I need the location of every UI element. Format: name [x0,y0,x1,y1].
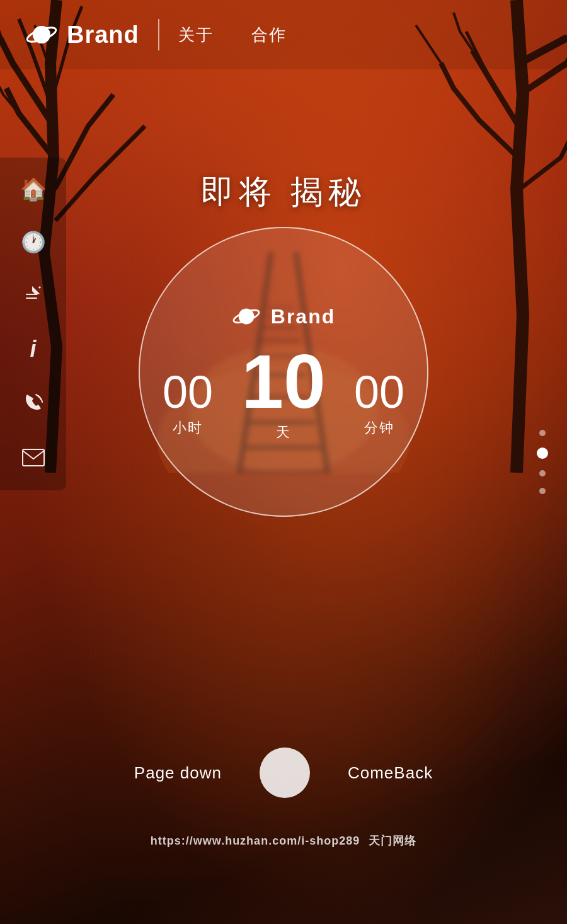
brand-name: Brand [67,21,139,49]
countdown-numbers: 00 小时 10 天 00 分钟 [140,344,427,442]
minutes-label: 分钟 [364,419,394,437]
info-icon[interactable]: i [30,336,36,362]
headline-text: 即将 揭秘 [0,170,567,214]
countdown-brand-row: Brand [232,302,335,331]
mail-icon[interactable] [22,447,45,471]
planet-logo-icon [25,18,58,51]
watermark-brand: 天门网络 [369,834,416,847]
header: Brand 关于 合作 [0,0,567,69]
countdown-container: Brand 00 小时 10 天 00 分钟 [139,227,428,517]
minutes-value: 00 [354,369,404,415]
days-value: 10 [241,344,325,419]
days-label: 天 [276,423,291,442]
watermark-url: https://www.huzhan.com/i-shop289 [151,834,360,847]
comeback-button[interactable]: ComeBack [323,763,458,783]
svg-rect-16 [23,449,44,466]
hours-label: 小时 [173,419,203,437]
edit-icon[interactable] [23,282,43,308]
countdown-planet-icon [232,302,261,331]
svg-rect-15 [26,297,37,299]
countdown-circle: Brand 00 小时 10 天 00 分钟 [139,227,428,517]
days-unit: 10 天 [236,344,331,442]
dot-1[interactable] [539,430,546,436]
center-button[interactable] [260,748,310,798]
dot-3[interactable] [539,470,546,476]
bottom-navigation: Page down ComeBack [0,748,567,798]
dots-navigation [537,430,548,494]
minutes-unit: 00 分钟 [331,369,427,437]
phone-icon[interactable] [22,391,45,419]
logo[interactable]: Brand [25,18,139,51]
clock-icon[interactable]: 🕐 [21,230,46,254]
hours-unit: 00 小时 [140,369,236,437]
nav-cooperation[interactable]: 合作 [251,24,287,46]
page-down-button[interactable]: Page down [109,763,247,783]
watermark: https://www.huzhan.com/i-shop289 天门网络 [151,833,416,848]
dot-4[interactable] [539,488,546,494]
header-divider [158,19,159,50]
dot-2-active[interactable] [537,448,548,459]
header-nav: 关于 合作 [178,24,287,46]
headline-section: 即将 揭秘 [0,170,567,214]
countdown-brand-text: Brand [271,305,335,328]
hours-value: 00 [163,369,213,415]
nav-about[interactable]: 关于 [178,24,214,46]
